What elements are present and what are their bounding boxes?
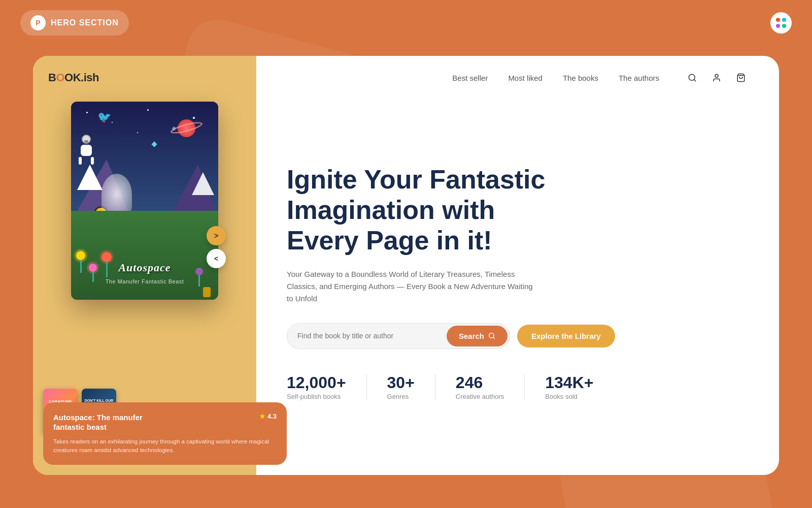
hero-badge-text: HERO SECTION <box>51 18 119 27</box>
figma-dot-blue <box>782 18 786 22</box>
star <box>137 132 138 133</box>
search-row: Search Explore the Library <box>287 323 749 349</box>
svg-line-1 <box>694 79 695 81</box>
figma-dot-red <box>776 18 780 22</box>
prev-arrow-button[interactable]: < <box>207 249 226 268</box>
book-description: Takes readers on an exhilarating journey… <box>53 437 277 455</box>
svg-point-2 <box>715 74 718 77</box>
star-icon: ★ <box>259 412 265 420</box>
search-button-label: Search <box>459 332 484 340</box>
nav-the-authors[interactable]: The authors <box>619 74 659 82</box>
search-icon <box>688 73 697 82</box>
main-nav: Best seller Most liked The books The aut… <box>287 56 749 100</box>
right-section: Best seller Most liked The books The aut… <box>256 56 779 475</box>
book-art: 🐦 <box>71 102 218 300</box>
stat-2-label: Creative authors <box>456 393 504 400</box>
figma-icon[interactable] <box>770 12 792 34</box>
star <box>193 117 195 119</box>
book-cover-container: 🐦 <box>71 102 218 300</box>
cart-nav-button[interactable] <box>733 70 749 85</box>
stat-divider-1 <box>435 374 435 400</box>
stat-0: 12,000+ Self-publish books <box>287 374 366 400</box>
mountain-snow-left <box>77 165 103 190</box>
search-button[interactable]: Search <box>447 326 507 346</box>
book-cover: 🐦 <box>71 102 218 300</box>
astronaut-figure <box>79 135 94 160</box>
hero-badge-icon: P <box>30 15 46 30</box>
star <box>112 122 113 123</box>
cover-title: Autospace <box>71 261 218 274</box>
svg-line-5 <box>493 337 495 339</box>
stat-3-number: 134K+ <box>545 374 593 391</box>
user-nav-button[interactable] <box>709 70 724 85</box>
explore-library-button[interactable]: Explore the Library <box>517 325 615 347</box>
stat-divider-2 <box>524 374 525 400</box>
bird-figure: 🐦 <box>97 110 112 124</box>
stat-3-label: Books sold <box>545 393 593 400</box>
next-arrow-icon: > <box>214 232 218 240</box>
cloud-smoke <box>101 174 132 214</box>
search-input[interactable] <box>297 332 447 340</box>
main-card: BOOK.ish <box>33 56 779 475</box>
figma-dot-green <box>782 24 786 28</box>
user-icon <box>712 73 721 82</box>
stat-1: 30+ Genres <box>387 374 435 400</box>
nav-the-books[interactable]: The books <box>563 74 598 82</box>
top-bar: P HERO SECTION <box>0 0 812 46</box>
flowers-area <box>71 211 218 300</box>
star <box>147 109 149 111</box>
search-button-icon <box>488 332 495 339</box>
stat-0-label: Self-publish books <box>287 393 346 400</box>
search-nav-button[interactable] <box>685 70 700 85</box>
nav-best-seller[interactable]: Best seller <box>452 74 488 82</box>
creature <box>203 287 211 297</box>
stat-1-label: Genres <box>387 393 415 400</box>
figma-dot-purple <box>776 24 780 28</box>
diamond-star <box>151 141 157 147</box>
mountain-snow-right <box>192 172 214 195</box>
hero-headline: Ignite Your Fantastic Imagination with E… <box>287 165 566 256</box>
stats-row: 12,000+ Self-publish books 30+ Genres 24… <box>287 374 749 400</box>
next-arrow-button[interactable]: > <box>207 226 226 245</box>
prev-arrow-icon: < <box>214 255 218 263</box>
cover-subtitle: The Manufer Fantastic Beast <box>71 278 218 284</box>
logo: BOOK.ish <box>48 71 99 84</box>
book-card-title: Autospace: The manufer fantastic beast <box>53 412 155 432</box>
left-section: BOOK.ish <box>33 56 256 475</box>
stat-0-number: 12,000+ <box>287 374 346 391</box>
hero-subtitle: Your Gateway to a Boundless World of Lit… <box>287 268 540 305</box>
nav-icons <box>685 70 749 85</box>
cart-icon <box>736 73 746 82</box>
search-input-wrapper: Search <box>287 323 510 349</box>
stat-2-number: 246 <box>456 374 504 391</box>
star <box>86 112 88 113</box>
stat-1-number: 30+ <box>387 374 415 391</box>
hero-badge: P HERO SECTION <box>20 10 129 36</box>
hero-content: Ignite Your Fantastic Imagination with E… <box>287 100 749 475</box>
stat-divider-0 <box>366 374 367 400</box>
info-card: Autospace: The manufer fantastic beast ★… <box>43 402 287 465</box>
info-card-header: Autospace: The manufer fantastic beast ★… <box>53 412 277 432</box>
book-rating: ★ 4.3 <box>259 412 277 420</box>
stat-2: 246 Creative authors <box>456 374 524 400</box>
nav-most-liked[interactable]: Most liked <box>508 74 543 82</box>
stat-3: 134K+ Books sold <box>545 374 614 400</box>
rating-value: 4.3 <box>267 412 277 420</box>
